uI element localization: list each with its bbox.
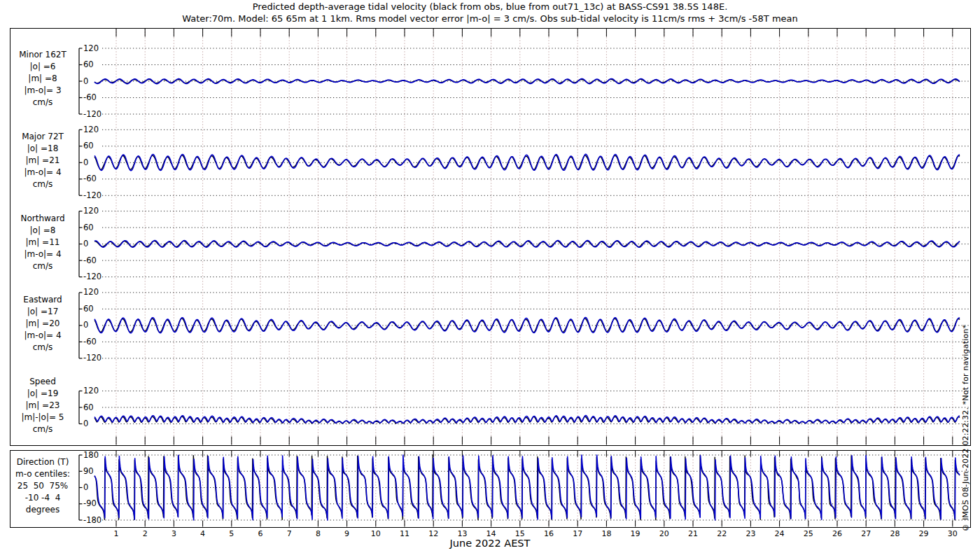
y-tick-label: 120 [83, 386, 107, 396]
y-tick-label: -120 [83, 272, 107, 281]
panel-label-direction: Direction (T) m-o centiles: 25 50 75% -1… [8, 456, 77, 516]
y-tick-label: 0 [83, 483, 107, 492]
y-tick-label: 60 [83, 304, 107, 314]
imos-watermark: © IMOS 08-Jun-2022 02:22:32. *Not for na… [961, 266, 972, 532]
y-tick-label: 120 [83, 44, 107, 53]
y-tick-label: 120 [83, 206, 107, 216]
y-tick-label: 60 [83, 60, 107, 69]
y-tick-label: -90 [83, 499, 107, 508]
y-tick-label: -60 [83, 93, 107, 102]
y-tick-label: 90 [83, 467, 107, 476]
chart-canvas [0, 0, 980, 560]
panel-label-northward: Northward |o| =8 |m| =11 |m-o|= 4 cm/s [8, 213, 77, 272]
direction-panel-frame [10, 451, 971, 528]
panel-label-major: Major 72T |o| =18 |m| =21 |m-o|= 4 cm/s [8, 131, 77, 190]
tidal-velocity-figure: Predicted depth-average tidal velocity (… [0, 0, 980, 560]
y-tick-label: 0 [83, 158, 107, 167]
y-tick-label: 0 [83, 321, 107, 330]
panel-label-speed: Speed |o| =19 |m| =23 |m|-|o|= 5 cm/s [8, 376, 77, 435]
y-tick-label: 60 [83, 223, 107, 232]
panel-label-minor: Minor 162T |o| =6 |m| =8 |m-o|= 3 cm/s [8, 49, 77, 108]
y-tick-label: -180 [83, 516, 107, 525]
y-tick-label: -120 [83, 191, 107, 200]
y-tick-label: 120 [83, 125, 107, 134]
y-tick-label: 180 [83, 451, 107, 460]
y-tick-label: 0 [83, 239, 107, 248]
y-tick-label: -60 [83, 337, 107, 346]
y-tick-label: -60 [83, 256, 107, 265]
y-tick-label: 120 [83, 288, 107, 297]
panel-label-eastward: Eastward |o| =17 |m| =20 |m-o|= 4 cm/s [8, 294, 77, 354]
y-tick-label: 60 [83, 141, 107, 150]
y-tick-label: 60 [83, 403, 107, 412]
y-tick-label: -120 [83, 110, 107, 119]
y-tick-label: 0 [83, 419, 107, 428]
y-tick-label: 0 [83, 77, 107, 86]
y-tick-label: -120 [83, 354, 107, 363]
y-tick-label: -60 [83, 174, 107, 183]
x-axis-label: June 2022 AEST [10, 538, 970, 549]
velocity-panels-frame [10, 29, 971, 446]
